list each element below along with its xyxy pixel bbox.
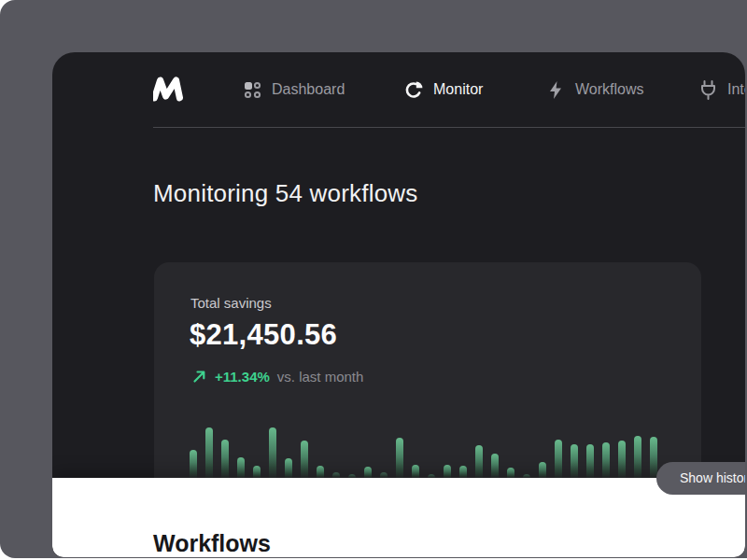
savings-delta-note: vs. last month <box>277 369 364 385</box>
nav-item-integrations[interactable]: Integrations <box>698 78 745 101</box>
chart-bar <box>253 466 261 478</box>
nav-label: Integrations <box>727 81 745 98</box>
chart-bar <box>475 445 483 478</box>
grid-icon <box>242 79 262 100</box>
chart-bar <box>650 437 657 478</box>
chart-bar <box>364 467 372 478</box>
nav-divider <box>153 127 745 128</box>
workflows-section-title: Workflows <box>153 530 271 557</box>
savings-amount: $21,450.56 <box>190 318 337 352</box>
chart-bar <box>634 436 641 478</box>
savings-delta-row: +11.34% vs. last month <box>191 369 363 385</box>
app-logo-m-icon[interactable] <box>153 76 187 102</box>
chart-bar <box>618 441 626 478</box>
chart-bar <box>491 454 499 478</box>
chart-bar <box>602 442 610 478</box>
show-history-button[interactable]: Show history <box>656 462 745 495</box>
chart-bar <box>459 466 467 478</box>
chart-bar <box>269 427 276 478</box>
nav-item-workflows[interactable]: Workflows <box>545 78 644 101</box>
workflows-sheet: Workflows <box>52 478 745 557</box>
chart-bar <box>285 458 292 478</box>
plug-icon <box>698 79 718 100</box>
chart-bar <box>412 465 419 478</box>
app-window: Dashboard Monitor Workflows <box>52 52 745 557</box>
chart-bar <box>205 427 213 478</box>
savings-bar-chart <box>190 413 666 478</box>
chart-bar <box>190 450 197 478</box>
chart-bar <box>539 462 546 478</box>
page-title: Monitoring 54 workflows <box>153 179 418 208</box>
arrow-up-right-icon <box>191 369 207 385</box>
bolt-icon <box>545 79 566 100</box>
pie-chart-icon <box>403 79 424 100</box>
chart-bar <box>586 444 594 478</box>
chart-bar <box>571 444 578 478</box>
chart-bar <box>396 438 403 478</box>
chart-bar <box>444 465 451 478</box>
nav-label: Dashboard <box>272 81 345 98</box>
chart-bar <box>507 468 514 478</box>
chart-bar <box>555 440 562 478</box>
chart-bar <box>221 440 229 478</box>
nav-label: Monitor <box>433 81 483 98</box>
nav-item-monitor[interactable]: Monitor <box>403 78 483 101</box>
nav-label: Workflows <box>575 81 644 98</box>
savings-delta: +11.34% <box>215 369 270 385</box>
screen: Dashboard Monitor Workflows <box>0 0 747 560</box>
nav-item-dashboard[interactable]: Dashboard <box>242 78 345 101</box>
chart-bar <box>301 441 308 478</box>
chart-bar <box>237 457 245 478</box>
chart-bar <box>317 466 324 478</box>
savings-label: Total savings <box>190 295 272 311</box>
